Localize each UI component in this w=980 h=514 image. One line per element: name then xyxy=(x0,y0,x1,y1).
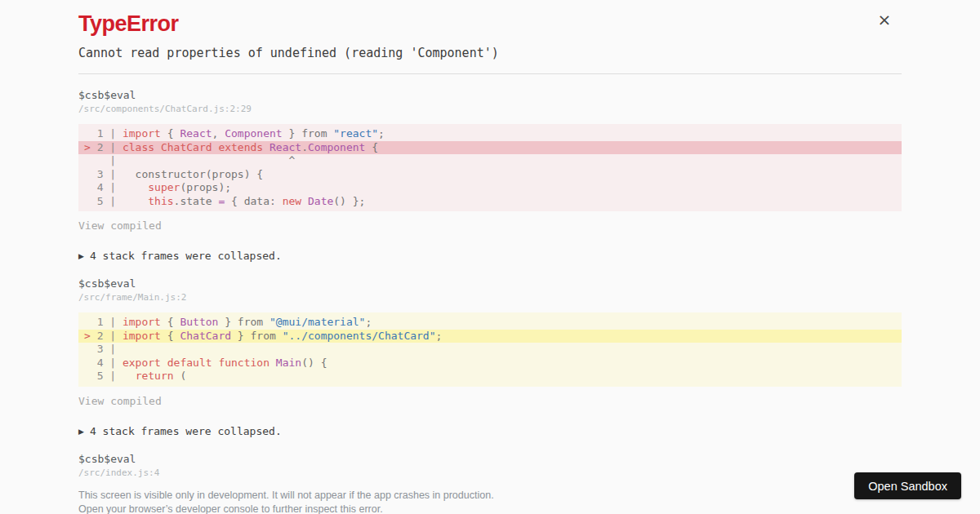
code-token: React xyxy=(270,141,301,153)
line-marker xyxy=(84,357,91,369)
line-number: 5 | xyxy=(91,195,122,207)
code-token: } from xyxy=(218,316,270,328)
code-token xyxy=(270,357,276,369)
stack-frames: $csb$eval/src/components/ChatCard.js:2:2… xyxy=(78,89,902,478)
stack-frame-location: /src/frame/Main.js:2 xyxy=(78,292,902,303)
code-token: { xyxy=(365,141,378,153)
code-token: Component xyxy=(225,127,282,140)
line-number: 1 | xyxy=(91,316,122,328)
code-token: default xyxy=(167,357,212,369)
code-token: class xyxy=(122,141,154,153)
code-token: ; xyxy=(378,127,385,140)
expand-triangle-icon: ▶ xyxy=(78,250,84,263)
code-token: ChatCard xyxy=(180,330,231,342)
close-icon[interactable]: × xyxy=(875,11,893,29)
footer-notes: This screen is visible only in developme… xyxy=(78,489,902,514)
code-token: { xyxy=(161,330,180,342)
collapsed-frames-label: 4 stack frames were collapsed. xyxy=(90,425,282,437)
line-number: 3 | xyxy=(91,343,122,355)
expand-triangle-icon: ▶ xyxy=(78,425,84,438)
code-token: () { xyxy=(301,357,327,369)
stack-frame-function: $csb$eval xyxy=(78,89,902,101)
code-token: } from xyxy=(231,330,283,342)
code-line: 5 | this.state = { data: new Date() }; xyxy=(78,195,902,209)
line-marker: > xyxy=(84,141,91,153)
line-number: 4 | xyxy=(91,357,122,369)
code-token: "../components/ChatCard" xyxy=(283,330,436,342)
footer-note-development: This screen is visible only in developme… xyxy=(78,489,902,503)
stack-frame: $csb$eval/src/components/ChatCard.js:2:2… xyxy=(78,89,902,211)
code-line: 4 | export default function Main() { xyxy=(78,357,902,370)
code-token: export xyxy=(122,357,161,369)
code-token: () }; xyxy=(333,195,365,207)
line-number: | xyxy=(91,154,122,166)
code-token xyxy=(161,357,167,369)
code-token: "@mui/material" xyxy=(270,316,365,328)
error-message: Cannot read properties of undefined (rea… xyxy=(78,46,902,60)
code-token: import xyxy=(122,316,161,328)
open-sandbox-button[interactable]: Open Sandbox xyxy=(854,472,961,499)
collapsed-frames-toggle[interactable]: ▶4 stack frames were collapsed. xyxy=(78,250,902,263)
line-number: 4 | xyxy=(91,181,122,193)
code-token: import xyxy=(122,330,161,342)
code-token: ( xyxy=(174,370,187,382)
code-token xyxy=(301,195,308,207)
code-token: Component xyxy=(308,141,365,153)
line-marker xyxy=(84,195,91,207)
code-line: > 2 | import { ChatCard } from "../compo… xyxy=(78,330,902,343)
stack-frame-function: $csb$eval xyxy=(78,277,902,290)
code-frame: 1 | import { React, Component } from "re… xyxy=(78,124,902,211)
code-token: new xyxy=(283,195,301,207)
line-number: 2 | xyxy=(91,330,122,342)
code-line: 5 | return ( xyxy=(78,370,902,383)
stack-frame: $csb$eval/src/index.js:4 xyxy=(78,453,902,478)
stack-frame-function: $csb$eval xyxy=(78,453,902,465)
code-token: import xyxy=(122,127,161,140)
code-token: { xyxy=(161,316,180,328)
code-line: | ^ xyxy=(78,154,902,168)
code-token: .state xyxy=(174,195,219,207)
error-title: TypeError xyxy=(78,11,902,36)
code-line: 3 | xyxy=(78,343,902,357)
code-token: return xyxy=(136,370,174,382)
code-line: 3 | constructor(props) { xyxy=(78,168,902,182)
line-marker xyxy=(84,316,91,328)
stack-frame-location: /src/index.js:4 xyxy=(78,467,902,478)
code-token xyxy=(122,181,148,193)
code-token xyxy=(122,195,148,207)
line-number: 3 | xyxy=(91,168,122,180)
line-marker: > xyxy=(84,330,91,342)
code-token: extends xyxy=(218,141,263,153)
code-token: , xyxy=(212,127,225,140)
code-token: Main xyxy=(276,357,301,369)
code-token: super xyxy=(148,181,180,193)
code-line: > 2 | class ChatCard extends React.Compo… xyxy=(78,141,902,155)
collapsed-frames-toggle[interactable]: ▶4 stack frames were collapsed. xyxy=(78,425,902,438)
stack-frame-location: /src/components/ChatCard.js:2:29 xyxy=(78,104,902,114)
line-marker xyxy=(84,370,91,382)
code-token xyxy=(263,141,270,153)
code-token: ^ xyxy=(122,154,295,166)
code-token: { xyxy=(161,127,180,140)
stack-frame: $csb$eval/src/frame/Main.js:2 1 | import… xyxy=(78,277,902,387)
line-marker xyxy=(84,127,91,140)
collapsed-frames-label: 4 stack frames were collapsed. xyxy=(90,250,282,262)
footer-note-console: Open your browser’s developer console to… xyxy=(78,503,902,514)
line-marker xyxy=(84,343,91,355)
code-token xyxy=(154,141,161,153)
view-compiled-link[interactable]: View compiled xyxy=(78,219,162,232)
code-token: React xyxy=(180,127,212,140)
code-token: (props); xyxy=(180,181,231,193)
code-line: 1 | import { React, Component } from "re… xyxy=(78,127,902,141)
code-token: ; xyxy=(436,330,443,342)
code-token: { data: xyxy=(225,195,282,207)
line-number: 2 | xyxy=(91,141,122,153)
code-line: 4 | super(props); xyxy=(78,181,902,195)
error-overlay: × TypeError Cannot read properties of un… xyxy=(0,0,980,514)
code-frame: 1 | import { Button } from "@mui/materia… xyxy=(78,312,902,387)
code-token: } from xyxy=(283,127,334,140)
code-line: 1 | import { Button } from "@mui/materia… xyxy=(78,316,902,330)
line-number: 5 | xyxy=(91,370,122,382)
code-token: Date xyxy=(308,195,333,207)
view-compiled-link[interactable]: View compiled xyxy=(78,395,162,407)
